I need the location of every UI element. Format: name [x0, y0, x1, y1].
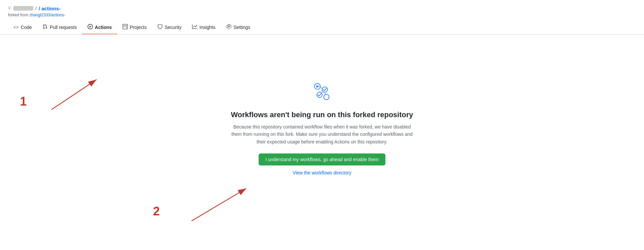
settings-icon — [226, 24, 232, 30]
svg-line-11 — [325, 92, 325, 94]
repo-title-row: ⑂ / / actions- — [8, 5, 636, 11]
tab-security-label: Security — [165, 25, 182, 30]
tab-pull-requests[interactable]: Pull requests — [37, 21, 82, 34]
tab-insights[interactable]: Insights — [187, 21, 221, 34]
repo-name-link[interactable]: / actions- — [39, 6, 61, 11]
fork-icon: ⑂ — [8, 5, 11, 11]
tab-pr-label: Pull requests — [50, 25, 77, 30]
code-icon: <> — [13, 25, 19, 30]
actions-tab-icon — [88, 24, 93, 30]
svg-marker-5 — [316, 85, 320, 88]
main-content: 1 2 — [0, 35, 644, 221]
pr-icon — [43, 24, 48, 30]
forked-from: forked from zhangt2333/actions- — [8, 13, 636, 17]
tab-actions[interactable]: Actions — [82, 21, 117, 34]
svg-line-1 — [52, 80, 97, 110]
fork-source-link[interactable]: zhangt2333/actions- — [29, 13, 65, 17]
annotation-1: 1 — [20, 95, 27, 109]
repo-nav: <> Code Pull requests Actions — [8, 21, 636, 34]
tab-insights-label: Insights — [199, 25, 215, 30]
workflow-title: Workflows aren't being run on this forke… — [231, 111, 413, 119]
view-workflows-dir-link[interactable]: View the workflows directory — [293, 170, 351, 175]
svg-line-3 — [191, 188, 246, 221]
workflow-card: Workflows aren't being run on this forke… — [229, 80, 415, 175]
workflow-icon-container — [312, 80, 333, 103]
svg-point-8 — [323, 94, 329, 100]
nav-tabs-list: <> Code Pull requests Actions — [8, 21, 636, 34]
tab-code[interactable]: <> Code — [8, 21, 37, 34]
svg-line-10 — [321, 92, 323, 93]
projects-icon — [122, 24, 128, 30]
workflow-svg-icon — [312, 80, 333, 102]
annotation-2: 2 — [153, 204, 160, 218]
tab-actions-label: Actions — [95, 25, 112, 30]
insights-icon — [192, 24, 197, 30]
tab-settings-label: Settings — [234, 25, 251, 30]
workflow-description: Because this repository contained workfl… — [229, 123, 415, 145]
enable-workflows-button[interactable]: I understand my workflows, go ahead and … — [259, 153, 385, 165]
tab-security[interactable]: Security — [152, 21, 187, 34]
tab-projects-label: Projects — [130, 25, 147, 30]
tab-projects[interactable]: Projects — [117, 21, 152, 34]
tab-code-label: Code — [21, 25, 32, 30]
tab-settings[interactable]: Settings — [221, 21, 256, 34]
repo-header: ⑂ / / actions- forked from zhangt2333/ac… — [0, 0, 644, 35]
repo-separator: / — [35, 6, 37, 11]
security-icon — [157, 24, 163, 30]
repo-owner-blurred — [13, 6, 33, 11]
